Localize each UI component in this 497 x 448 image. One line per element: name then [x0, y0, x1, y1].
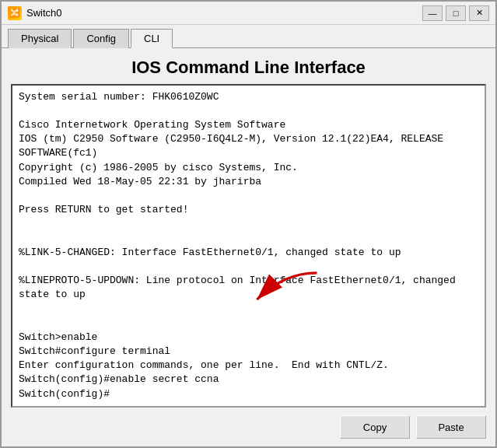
title-bar-left: 🔀 Switch0 — [8, 6, 62, 20]
tab-physical[interactable]: Physical — [8, 29, 72, 48]
content-area: IOS Command Line Interface Model revisio… — [2, 48, 495, 446]
copy-button[interactable]: Copy — [340, 415, 410, 439]
tab-cli[interactable]: CLI — [131, 29, 173, 48]
button-bar: Copy Paste — [2, 408, 495, 446]
maximize-button[interactable]: □ — [446, 5, 466, 21]
page-title: IOS Command Line Interface — [2, 48, 495, 84]
paste-button[interactable]: Paste — [416, 415, 486, 439]
minimize-button[interactable]: — — [422, 5, 443, 21]
app-icon: 🔀 — [8, 6, 22, 20]
title-bar: 🔀 Switch0 — □ ✕ — [2, 2, 495, 25]
window-title: Switch0 — [26, 7, 62, 19]
tab-config[interactable]: Config — [73, 29, 129, 48]
terminal-output[interactable]: Model revision number: C0 Motherboard re… — [12, 86, 485, 406]
close-button[interactable]: ✕ — [469, 5, 489, 21]
tab-bar: Physical Config CLI — [2, 25, 495, 48]
terminal-container: Model revision number: C0 Motherboard re… — [11, 84, 486, 408]
window-controls: — □ ✕ — [422, 5, 489, 21]
main-window: 🔀 Switch0 — □ ✕ Physical Config CLI IOS … — [0, 0, 497, 448]
